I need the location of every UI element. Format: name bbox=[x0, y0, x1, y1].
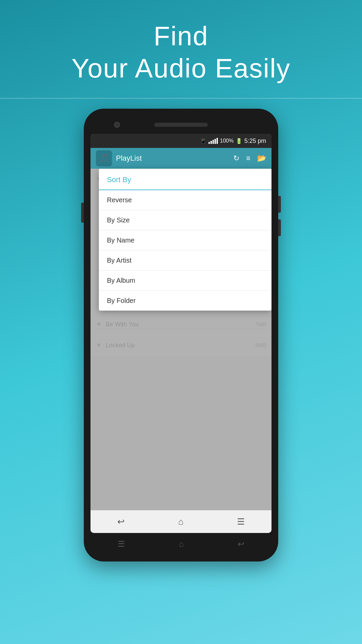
sort-option-album[interactable]: By Album bbox=[99, 271, 272, 291]
signal-bar-5 bbox=[217, 138, 218, 144]
sort-dialog: Sort By Reverse By Size By Name By Artis… bbox=[99, 169, 272, 311]
music-icon: 🎵 bbox=[100, 154, 109, 163]
signal-bar-4 bbox=[215, 139, 216, 144]
sort-option-name[interactable]: By Name bbox=[99, 230, 272, 251]
hw-back-button[interactable]: ↩ bbox=[238, 539, 244, 549]
track-row[interactable]: ▼ Locked Up 4MB bbox=[90, 335, 272, 356]
track-name: Be With You bbox=[106, 321, 255, 328]
power-button-2 bbox=[278, 219, 281, 236]
header-section: Find Your Audio Easily bbox=[71, 20, 291, 85]
front-camera bbox=[114, 122, 120, 128]
track-size: 4MB bbox=[255, 342, 266, 348]
menu-nav-button[interactable]: ☰ bbox=[237, 517, 245, 527]
track-name: Locked Up bbox=[106, 342, 255, 349]
earpiece-speaker bbox=[154, 123, 208, 127]
app-title: PlayList bbox=[116, 154, 229, 163]
header-divider bbox=[0, 98, 362, 99]
sort-option-reverse[interactable]: Reverse bbox=[99, 190, 272, 210]
phone-icon: 📱 bbox=[200, 138, 206, 144]
phone-frame: 📱 100% 🔋 5:25 pm 🎵 PlayList ↻ bbox=[84, 109, 278, 561]
hw-menu-button[interactable]: ☰ bbox=[118, 539, 125, 549]
folder-button[interactable]: 📂 bbox=[257, 154, 266, 163]
sort-option-folder[interactable]: By Folder bbox=[99, 291, 272, 311]
nav-bar: ↩ ⌂ ☰ bbox=[90, 510, 272, 533]
phone-screen: 📱 100% 🔋 5:25 pm 🎵 PlayList ↻ bbox=[90, 134, 272, 533]
expand-icon: ▼ bbox=[96, 342, 102, 349]
phone-top-bar bbox=[90, 115, 272, 134]
sort-dialog-title: Sort By bbox=[107, 175, 131, 184]
volume-button bbox=[81, 203, 84, 223]
content-area: ▼ Smack That 5MB ▼ Be With You 7MB bbox=[90, 169, 272, 356]
refresh-button[interactable]: ↻ bbox=[233, 154, 239, 163]
battery-percentage: 100% bbox=[220, 138, 234, 144]
status-time: 5:25 pm bbox=[244, 138, 266, 145]
app-toolbar: 🎵 PlayList ↻ ≡ 📂 bbox=[90, 148, 272, 169]
signal-strength bbox=[208, 138, 218, 144]
home-nav-button[interactable]: ⌂ bbox=[178, 517, 184, 527]
header-title: Find Your Audio Easily bbox=[71, 20, 291, 85]
battery-icon: 🔋 bbox=[236, 138, 242, 144]
signal-bar-1 bbox=[208, 142, 210, 144]
toolbar-actions: ↻ ≡ 📂 bbox=[233, 154, 266, 163]
sort-button[interactable]: ≡ bbox=[246, 154, 250, 163]
status-icons: 📱 100% 🔋 5:25 pm bbox=[200, 138, 266, 145]
phone-bottom-buttons: ☰ ⌂ ↩ bbox=[90, 533, 272, 555]
hw-home-button[interactable]: ⌂ bbox=[179, 539, 184, 549]
track-size: 7MB bbox=[255, 322, 266, 328]
back-nav-button[interactable]: ↩ bbox=[117, 517, 125, 527]
expand-icon: ▼ bbox=[96, 321, 102, 328]
signal-bar-2 bbox=[210, 141, 212, 144]
sort-option-size[interactable]: By Size bbox=[99, 210, 272, 230]
sort-option-artist[interactable]: By Artist bbox=[99, 251, 272, 271]
track-row[interactable]: ▼ Be With You 7MB bbox=[90, 314, 272, 335]
signal-bar-3 bbox=[213, 140, 214, 144]
app-logo: 🎵 bbox=[96, 150, 112, 166]
status-bar: 📱 100% 🔋 5:25 pm bbox=[90, 134, 272, 148]
sort-dialog-header: Sort By bbox=[99, 169, 272, 190]
power-button-1 bbox=[278, 196, 281, 213]
